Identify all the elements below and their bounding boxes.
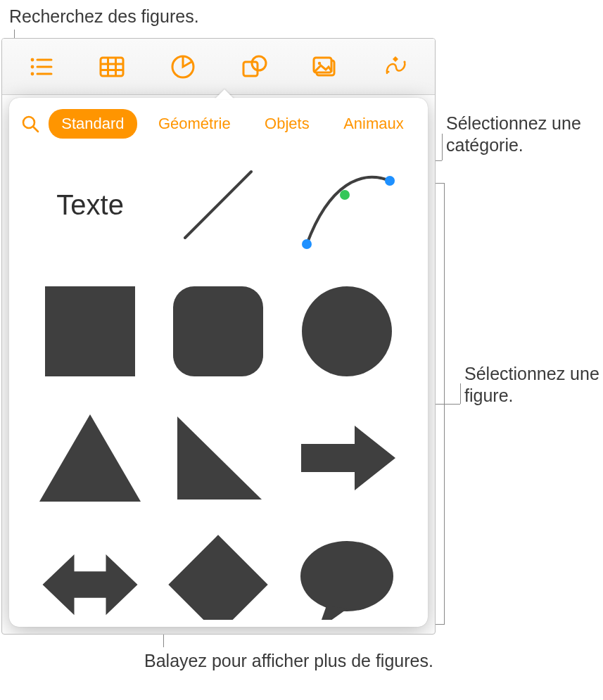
curve-shape[interactable]	[294, 155, 400, 254]
callout-bracket	[435, 183, 445, 625]
double-arrow-shape[interactable]	[37, 535, 143, 620]
tab-animaux[interactable]: Animaux	[331, 109, 417, 139]
tab-objets[interactable]: Objets	[252, 109, 322, 139]
svg-point-2	[30, 72, 34, 75]
outline-icon[interactable]	[18, 50, 63, 84]
chart-icon[interactable]	[160, 50, 205, 84]
svg-rect-6	[101, 58, 123, 76]
diamond-shape[interactable]	[165, 535, 271, 620]
arrow-right-shape[interactable]	[294, 409, 400, 507]
app-frame: Standard Géométrie Objets Animaux Texte	[1, 38, 436, 635]
callout-shape: Sélectionnez une figure.	[464, 363, 603, 407]
shapes-popover: Standard Géométrie Objets Animaux Texte	[9, 98, 428, 627]
svg-point-1	[30, 65, 34, 68]
svg-line-20	[33, 127, 38, 132]
circle-shape[interactable]	[294, 282, 400, 381]
tab-geometrie[interactable]: Géométrie	[146, 109, 243, 139]
draw-icon[interactable]	[374, 50, 419, 84]
svg-point-25	[300, 541, 393, 611]
line-shape[interactable]	[165, 155, 271, 254]
svg-point-18	[404, 61, 406, 63]
callout-line	[436, 160, 442, 161]
right-triangle-shape[interactable]	[165, 409, 271, 507]
popover-caret	[215, 89, 234, 99]
svg-point-23	[385, 176, 395, 186]
tab-standard[interactable]: Standard	[49, 109, 137, 139]
rounded-square-shape[interactable]	[165, 282, 271, 381]
shapes-grid[interactable]: Texte	[9, 148, 428, 620]
search-icon[interactable]	[16, 110, 44, 138]
toolbar	[2, 39, 435, 95]
text-shape-label: Texte	[56, 189, 124, 221]
svg-point-0	[30, 58, 34, 61]
callout-line	[445, 404, 460, 405]
triangle-shape[interactable]	[37, 409, 143, 507]
square-shape[interactable]	[37, 282, 143, 381]
media-icon[interactable]	[303, 50, 348, 84]
callout-line	[460, 383, 461, 404]
category-tabs: Standard Géométrie Objets Animaux	[44, 109, 421, 139]
shapes-icon[interactable]	[231, 50, 277, 84]
category-bar: Standard Géométrie Objets Animaux	[9, 109, 428, 148]
text-shape[interactable]: Texte	[37, 155, 143, 254]
callout-search: Recherchez des figures.	[9, 6, 199, 27]
svg-line-21	[185, 172, 251, 238]
speech-bubble-shape[interactable]	[294, 535, 400, 620]
svg-point-24	[340, 190, 350, 200]
callout-swipe: Balayez pour afficher plus de figures.	[144, 650, 433, 672]
svg-point-13	[252, 56, 266, 70]
callout-line	[442, 134, 443, 160]
callout-category: Sélectionnez une catégorie.	[446, 113, 603, 157]
svg-point-17	[388, 70, 390, 72]
table-icon[interactable]	[89, 50, 134, 84]
svg-point-22	[302, 239, 312, 249]
